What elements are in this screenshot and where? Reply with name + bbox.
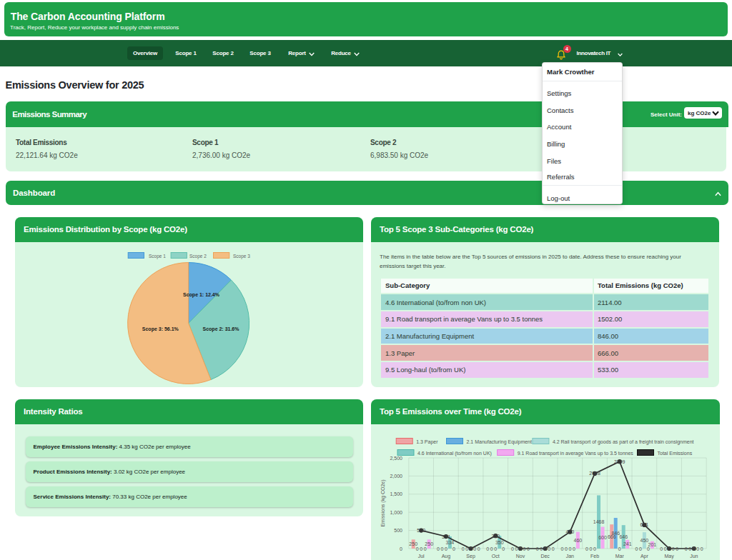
svg-text:0: 0	[437, 546, 440, 551]
svg-text:0: 0	[490, 546, 493, 551]
svg-text:May: May	[664, 554, 674, 559]
svg-text:334: 334	[446, 540, 455, 545]
svg-text:250: 250	[425, 541, 433, 546]
svg-text:Dec: Dec	[540, 554, 550, 559]
svg-text:Scope 1: 12.4%: Scope 1: 12.4%	[183, 292, 220, 298]
svg-text:0: 0	[511, 546, 514, 551]
svg-text:Nov: Nov	[516, 554, 525, 559]
svg-text:350: 350	[495, 540, 504, 545]
svg-text:0: 0	[573, 546, 575, 551]
svg-text:0: 0	[560, 546, 563, 551]
svg-text:Jan: Jan	[566, 554, 574, 559]
svg-text:Emissions (kg CO2e): Emissions (kg CO2e)	[380, 479, 386, 526]
svg-text:0: 0	[685, 546, 688, 551]
svg-text:0: 0	[688, 546, 691, 551]
svg-text:0: 0	[494, 546, 497, 551]
svg-text:0: 0	[672, 546, 675, 551]
svg-text:0: 0	[696, 546, 699, 551]
svg-text:0: 0	[552, 546, 555, 551]
svg-text:Scope 1: Scope 1	[149, 254, 166, 259]
svg-text:2068: 2068	[589, 471, 600, 476]
svg-text:Scope 2: 31.6%: Scope 2: 31.6%	[203, 326, 240, 331]
svg-text:600: 600	[598, 535, 607, 540]
svg-text:0: 0	[668, 546, 671, 551]
svg-text:0: 0	[473, 546, 476, 551]
svg-text:0: 0	[452, 546, 455, 551]
svg-text:460: 460	[573, 538, 582, 543]
svg-text:0: 0	[536, 546, 539, 551]
svg-text:2399: 2399	[614, 459, 625, 464]
svg-text:Feb: Feb	[590, 554, 599, 559]
svg-text:0: 0	[593, 546, 596, 551]
svg-text:0: 0	[693, 546, 696, 551]
svg-text:Total Emissions: Total Emissions	[658, 451, 693, 456]
svg-text:0: 0	[416, 546, 419, 551]
svg-text:0: 0	[701, 546, 703, 551]
svg-text:0: 0	[540, 546, 543, 551]
svg-text:0: 0	[424, 546, 427, 551]
svg-text:Mar: Mar	[615, 554, 625, 559]
svg-text:0: 0	[544, 546, 547, 551]
svg-text:Scope 3: 56.1%: Scope 3: 56.1%	[142, 326, 179, 331]
svg-text:350: 350	[491, 534, 500, 539]
svg-text:0: 0	[462, 546, 465, 551]
svg-text:0: 0	[548, 546, 550, 551]
svg-text:Apr: Apr	[640, 554, 649, 559]
svg-text:0: 0	[502, 546, 505, 551]
svg-text:1468: 1468	[593, 519, 605, 524]
svg-text:0: 0	[515, 546, 518, 551]
svg-text:0: 0	[639, 546, 642, 551]
svg-text:2.1 Manufacturing Equipment: 2.1 Manufacturing Equipment	[467, 439, 532, 445]
svg-text:1,000: 1,000	[390, 510, 402, 515]
svg-text:0: 0	[664, 546, 667, 551]
svg-text:0: 0	[519, 546, 522, 551]
svg-text:0: 0	[445, 546, 447, 551]
svg-text:0: 0	[585, 546, 588, 551]
svg-text:651: 651	[640, 522, 649, 527]
svg-text:Scope 2: Scope 2	[189, 254, 207, 259]
svg-text:4.6 International (to/from non: 4.6 International (to/from non UK)	[417, 451, 492, 456]
svg-text:241: 241	[623, 541, 632, 546]
svg-text:1.3 Paper: 1.3 Paper	[416, 439, 438, 445]
svg-text:Jul: Jul	[418, 554, 425, 559]
svg-text:0: 0	[470, 546, 473, 551]
svg-text:0: 0	[420, 546, 422, 551]
svg-text:500: 500	[417, 528, 425, 533]
svg-text:460: 460	[565, 529, 574, 534]
svg-text:500: 500	[394, 528, 402, 533]
svg-text:0: 0	[527, 546, 530, 551]
svg-text:Scope 3: Scope 3	[233, 254, 250, 259]
svg-text:0: 0	[618, 546, 621, 551]
svg-text:0: 0	[565, 546, 568, 551]
svg-text:2,500: 2,500	[390, 456, 402, 461]
svg-text:0: 0	[465, 546, 468, 551]
svg-text:0: 0	[568, 546, 571, 551]
svg-text:201: 201	[648, 542, 657, 547]
svg-text:334: 334	[442, 534, 450, 539]
svg-text:646: 646	[619, 534, 628, 539]
svg-text:0: 0	[523, 546, 526, 551]
svg-text:9.1 Road transport in average: 9.1 Road transport in average Vans up to…	[518, 451, 634, 456]
svg-text:1,500: 1,500	[390, 491, 402, 496]
svg-text:0: 0	[676, 546, 678, 551]
svg-text:0: 0	[635, 546, 638, 551]
svg-text:4.2 Rail transport of goods as: 4.2 Rail transport of goods as part of a…	[553, 439, 694, 445]
svg-text:Sep: Sep	[466, 554, 475, 559]
svg-text:0: 0	[590, 546, 593, 551]
svg-text:Oct: Oct	[492, 554, 500, 559]
svg-text:Jun: Jun	[690, 554, 698, 559]
svg-text:0: 0	[400, 546, 402, 551]
svg-text:2,000: 2,000	[390, 474, 402, 479]
svg-text:0: 0	[660, 546, 663, 551]
svg-text:Aug: Aug	[442, 554, 451, 559]
svg-text:0: 0	[440, 546, 443, 551]
svg-text:0: 0	[478, 546, 480, 551]
svg-text:0: 0	[486, 546, 489, 551]
